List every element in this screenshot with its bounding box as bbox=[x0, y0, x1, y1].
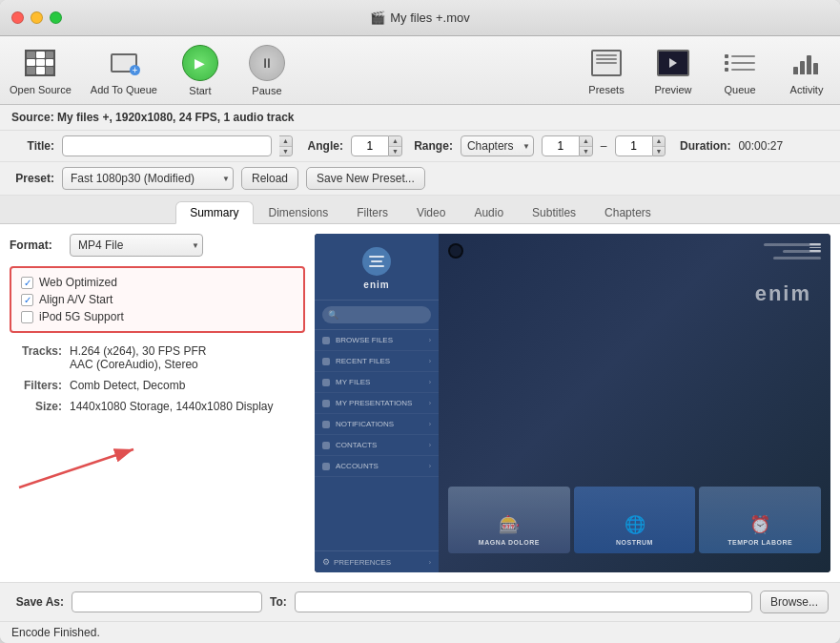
to-label: To: bbox=[270, 595, 287, 609]
title-row: Title: ▲ ▼ Angle: ▲ ▼ Range: Chapters Se… bbox=[0, 131, 840, 162]
angle-down-button[interactable]: ▼ bbox=[389, 147, 401, 156]
add-to-queue-icon bbox=[107, 46, 141, 80]
range-from-down[interactable]: ▼ bbox=[580, 147, 592, 156]
browse-button[interactable]: Browse... bbox=[760, 591, 829, 613]
preview-preferences[interactable]: ⚙ PREFERENCES › bbox=[315, 550, 439, 572]
nav-recent-icon bbox=[322, 358, 330, 365]
ipod-checkbox[interactable] bbox=[21, 311, 33, 323]
preview-search-bar[interactable]: 🔍 bbox=[322, 306, 431, 323]
main-window: 🎬 My files +.mov Open Source bbox=[0, 0, 840, 643]
range-to-up[interactable]: ▲ bbox=[653, 136, 666, 147]
tab-chapters[interactable]: Chapters bbox=[591, 202, 665, 223]
size-row: Size: 1440x1080 Storage, 1440x1080 Displ… bbox=[10, 400, 305, 413]
size-key: Size: bbox=[10, 400, 62, 413]
maximize-button[interactable] bbox=[50, 11, 62, 24]
tab-video[interactable]: Video bbox=[403, 202, 459, 223]
angle-stepper-buttons[interactable]: ▲ ▼ bbox=[389, 135, 402, 156]
titlebar: 🎬 My files +.mov bbox=[0, 0, 840, 36]
ipod-label: iPod 5G Support bbox=[39, 310, 124, 323]
logo-line-1 bbox=[369, 256, 384, 258]
preview-nav-notifications[interactable]: NOTIFICATIONS › bbox=[315, 414, 439, 435]
align-av-checkbox[interactable]: ✓ bbox=[21, 294, 33, 306]
title-stepper[interactable]: ▲ ▼ bbox=[279, 135, 293, 156]
activity-bars-icon bbox=[791, 50, 822, 76]
tab-dimensions[interactable]: Dimensions bbox=[256, 202, 342, 223]
preview-nav-my-files[interactable]: MY FILES › bbox=[315, 372, 439, 393]
tab-audio[interactable]: Audio bbox=[461, 202, 517, 223]
window-title: My files +.mov bbox=[390, 10, 469, 25]
filters-key: Filters: bbox=[10, 379, 62, 392]
range-from-input[interactable] bbox=[542, 135, 580, 156]
close-button[interactable] bbox=[11, 11, 24, 24]
info-section: Tracks: H.264 (x264), 30 FPS PFR AAC (Co… bbox=[10, 344, 305, 413]
reload-button[interactable]: Reload bbox=[241, 167, 298, 190]
preview-nav-accounts[interactable]: ACCOUNTS › bbox=[315, 456, 439, 477]
tab-summary[interactable]: Summary bbox=[175, 201, 253, 224]
range-from-up[interactable]: ▲ bbox=[580, 136, 592, 147]
card1-text: MAGNA DOLORE bbox=[479, 539, 540, 546]
status-bar: Encode Finished. bbox=[0, 621, 840, 643]
source-label: Source: bbox=[11, 111, 54, 124]
nav-myfiles-left: MY FILES bbox=[322, 378, 370, 386]
tracks-label: Tracks: bbox=[10, 344, 62, 358]
preview-main: enim 🎰 MAGNA DOLORE 🌐 NOSTRUM ⏰ TEMPOR bbox=[439, 234, 830, 572]
nav-accounts-left: ACCOUNTS bbox=[322, 462, 379, 470]
range-select[interactable]: Chapters Seconds Frames bbox=[461, 135, 534, 156]
range-to-stepper: ▲ ▼ bbox=[615, 135, 666, 156]
pause-button[interactable]: ⏸ Pause bbox=[243, 45, 291, 96]
presets-button[interactable]: Presets bbox=[583, 46, 630, 95]
titlebar-title: 🎬 My files +.mov bbox=[370, 10, 469, 25]
preview-nav-browse-files[interactable]: BROWSE FILES › bbox=[315, 330, 439, 351]
preview-nav-presentations[interactable]: MY PRESENTATIONS › bbox=[315, 393, 439, 414]
nav-recent-arrow: › bbox=[429, 358, 431, 364]
range-to-input[interactable] bbox=[615, 135, 653, 156]
web-optimized-checkbox[interactable]: ✓ bbox=[21, 277, 33, 289]
source-row: Source: My files +, 1920x1080, 24 FPS, 1… bbox=[0, 105, 840, 131]
angle-up-button[interactable]: ▲ bbox=[389, 136, 401, 147]
tab-filters[interactable]: Filters bbox=[343, 202, 401, 223]
logo-line-3 bbox=[369, 265, 384, 267]
nav-myfiles-icon bbox=[322, 379, 330, 386]
title-up-button[interactable]: ▲ bbox=[279, 136, 292, 147]
presets-icon bbox=[589, 46, 624, 80]
range-from-buttons[interactable]: ▲ ▼ bbox=[580, 135, 593, 156]
nav-pres-left: MY PRESENTATIONS bbox=[322, 399, 412, 407]
angle-input[interactable] bbox=[351, 135, 389, 156]
queue-button[interactable]: Queue bbox=[716, 46, 764, 95]
range-from-stepper: ▲ ▼ bbox=[542, 135, 593, 156]
toolbar-left: Open Source Add To Queue ▶ Start ⏸ Pause bbox=[10, 45, 583, 96]
preview-card-2: 🌐 NOSTRUM bbox=[574, 487, 696, 553]
range-to-buttons[interactable]: ▲ ▼ bbox=[653, 135, 666, 156]
title-input[interactable] bbox=[62, 135, 272, 156]
minimize-button[interactable] bbox=[31, 11, 43, 24]
preview-nav-contacts[interactable]: CONTACTS › bbox=[315, 435, 439, 456]
preset-select[interactable]: Fast 1080p30 (Modified) Fast 720p30 HQ 1… bbox=[62, 167, 234, 190]
save-as-input[interactable] bbox=[72, 591, 262, 612]
preview-icon bbox=[656, 46, 690, 80]
header-lines bbox=[448, 243, 821, 259]
format-select[interactable]: MP4 File MKV File WebM File bbox=[70, 234, 203, 257]
web-optimized-row: ✓ Web Optimized bbox=[21, 276, 294, 289]
preview-search: 🔍 bbox=[315, 301, 439, 330]
range-dash: – bbox=[601, 139, 607, 153]
to-input[interactable] bbox=[295, 591, 752, 612]
preview-play-icon bbox=[669, 58, 677, 68]
nav-pres-icon bbox=[322, 400, 330, 407]
range-to-down[interactable]: ▼ bbox=[653, 147, 666, 156]
tab-subtitles[interactable]: Subtitles bbox=[519, 202, 589, 223]
start-button[interactable]: ▶ Start bbox=[176, 45, 224, 96]
activity-button[interactable]: Activity bbox=[783, 46, 830, 95]
open-source-button[interactable]: Open Source bbox=[10, 46, 72, 95]
menu-icon bbox=[809, 243, 821, 252]
tracks-row: Tracks: H.264 (x264), 30 FPS PFR AAC (Co… bbox=[10, 344, 305, 371]
preferences-arrow: › bbox=[429, 559, 431, 566]
preview-nav-recent-files[interactable]: RECENT FILES › bbox=[315, 351, 439, 372]
left-panel: Format: MP4 File MKV File WebM File ▼ ✓ … bbox=[10, 234, 305, 572]
add-to-queue-button[interactable]: Add To Queue bbox=[91, 46, 157, 95]
title-stepper-buttons[interactable]: ▲ ▼ bbox=[279, 135, 293, 156]
preview-button[interactable]: Preview bbox=[649, 46, 697, 95]
title-down-button[interactable]: ▼ bbox=[279, 147, 292, 156]
save-new-preset-button[interactable]: Save New Preset... bbox=[306, 167, 425, 190]
nav-notif-left: NOTIFICATIONS bbox=[322, 420, 394, 428]
filters-value: Comb Detect, Decomb bbox=[70, 379, 185, 392]
